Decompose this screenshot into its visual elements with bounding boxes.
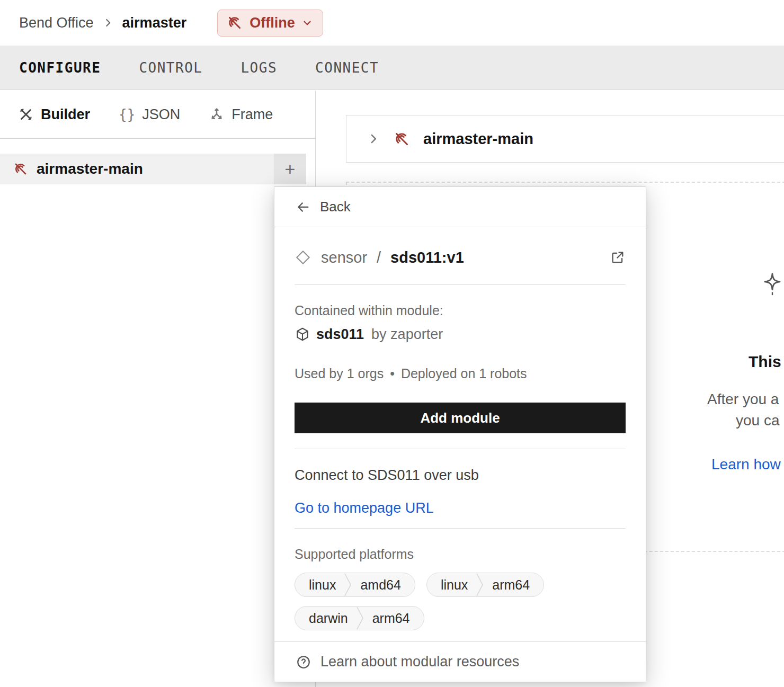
view-tab-frame[interactable]: Frame — [209, 106, 273, 123]
module-usage-stats: Used by 1 orgs • Deployed on 1 robots — [295, 365, 626, 381]
platform-arch: amd64 — [352, 577, 414, 593]
module-title-separator: / — [377, 249, 381, 266]
tab-connect[interactable]: CONNECT — [315, 60, 379, 76]
arrow-left-icon — [296, 200, 310, 215]
deployed-on-stat: Deployed on 1 robots — [401, 365, 527, 381]
platform-arch: arm64 — [364, 611, 424, 626]
status-badge-label: Offline — [250, 15, 295, 31]
stats-dot-separator: • — [390, 365, 395, 381]
machine-status-dropdown[interactable]: Offline — [217, 10, 323, 37]
chevron-right-icon — [367, 132, 380, 146]
tools-icon — [18, 106, 34, 122]
platform-badge: darwin arm64 — [295, 606, 424, 630]
breadcrumb-org[interactable]: Bend Office — [19, 15, 94, 31]
platform-badge: linux arm64 — [426, 573, 544, 597]
offline-icon — [13, 161, 29, 177]
resource-row-airmaster-main[interactable]: airmaster-main + — [0, 154, 306, 184]
external-link-icon[interactable] — [610, 249, 626, 265]
machine-nav-tabs: CONFIGURE CONTROL LOGS CONNECT — [0, 46, 784, 90]
tab-control[interactable]: CONTROL — [139, 60, 202, 76]
back-button[interactable]: Back — [274, 187, 646, 227]
pill-chevron-icon — [476, 573, 484, 596]
empty-state-text-line1: After you a — [707, 391, 779, 408]
platform-badge-row: linux amd64 linux arm64 — [295, 573, 626, 597]
module-info-row: sds011 by zaporter — [295, 325, 626, 343]
divider — [295, 284, 626, 285]
platform-badge-row: darwin arm64 — [295, 606, 626, 630]
empty-state-heading: This — [749, 353, 781, 371]
braces-icon: {} — [119, 106, 135, 122]
platform-badge: linux amd64 — [295, 573, 415, 597]
app-header: Bend Office airmaster Offline — [0, 0, 784, 46]
platform-arch: arm64 — [484, 577, 544, 593]
module-api-label: sensor — [321, 249, 367, 266]
tab-logs[interactable]: LOGS — [240, 60, 277, 76]
add-module-button[interactable]: Add module — [295, 403, 626, 433]
module-model-label: sds011:v1 — [390, 249, 464, 266]
module-name: sds011 — [316, 326, 364, 343]
module-description: Connect to SDS011 over usb — [295, 467, 626, 484]
pill-chevron-icon — [357, 606, 364, 630]
diamond-icon — [295, 249, 311, 266]
add-component-button[interactable]: + — [274, 154, 306, 184]
back-button-label: Back — [320, 199, 351, 215]
view-tab-json[interactable]: {} JSON — [119, 106, 180, 123]
package-icon — [295, 326, 310, 342]
divider — [295, 528, 626, 529]
offline-icon — [393, 130, 411, 148]
chevron-right-icon — [102, 17, 114, 29]
breadcrumb-machine: airmaster — [122, 15, 187, 31]
view-tab-builder-label: Builder — [41, 106, 90, 123]
platform-os: darwin — [295, 611, 357, 626]
view-mode-bar: Builder {} JSON Frame — [0, 91, 315, 139]
divider — [295, 449, 626, 449]
platform-os: linux — [427, 577, 476, 593]
chevron-down-icon — [301, 17, 313, 29]
used-by-stat: Used by 1 orgs — [295, 365, 384, 381]
learn-modular-resources-label: Learn about modular resources — [320, 654, 519, 670]
learn-how-link[interactable]: Learn how — [711, 456, 781, 473]
learn-modular-resources-link[interactable]: Learn about modular resources — [274, 641, 646, 682]
resource-name-label: airmaster-main — [37, 160, 143, 177]
supported-platforms-label: Supported platforms — [295, 546, 626, 562]
module-title-row: sensor / sds011:v1 — [295, 246, 626, 269]
platform-os: linux — [295, 577, 344, 593]
machine-part-title: airmaster-main — [423, 130, 533, 148]
breadcrumb: Bend Office airmaster — [19, 15, 186, 31]
pill-chevron-icon — [344, 573, 352, 596]
view-tab-json-label: JSON — [142, 106, 180, 123]
offline-icon — [226, 14, 243, 31]
help-circle-icon — [296, 654, 311, 670]
configure-sidebar: Builder {} JSON Frame — [0, 91, 316, 687]
tab-configure[interactable]: CONFIGURE — [19, 60, 101, 76]
empty-state-text-line2: you ca — [736, 412, 780, 429]
contained-within-label: Contained within module: — [295, 302, 626, 318]
machine-part-card[interactable]: airmaster-main — [346, 115, 784, 163]
view-tab-frame-label: Frame — [231, 106, 273, 123]
view-tab-builder[interactable]: Builder — [18, 106, 90, 123]
homepage-url-link[interactable]: Go to homepage URL — [295, 499, 434, 516]
sparkle-icon — [761, 271, 784, 297]
module-detail-popover: Back sensor / sds011:v1 Contained withi — [274, 186, 646, 682]
module-author: by zaporter — [371, 326, 443, 343]
frame-axes-icon — [209, 106, 225, 122]
